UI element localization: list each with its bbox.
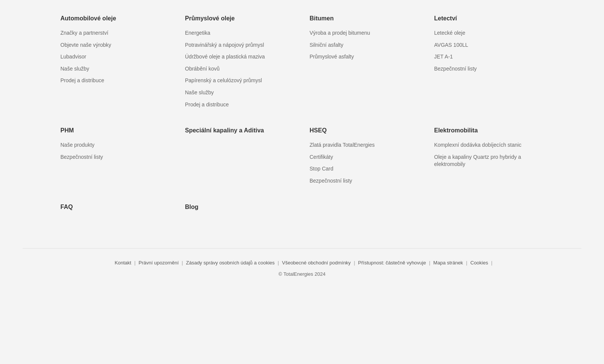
col-links-bitumen: Výroba a prodej bitumenu Silniční asfalt… bbox=[310, 29, 419, 61]
link-hseq-3[interactable]: Stop Card bbox=[310, 165, 419, 173]
col-title-hseq: HSEQ bbox=[310, 127, 419, 134]
link-auto-1[interactable]: Značky a partnerství bbox=[60, 29, 170, 37]
link-hseq-1[interactable]: Zlatá pravidla TotalEnergies bbox=[310, 141, 419, 149]
col-title-phm: PHM bbox=[60, 127, 170, 134]
link-prum-3[interactable]: Údržbové oleje a plastická maziva bbox=[185, 53, 294, 61]
section-2-grid: PHM Naše produkty Bezpečnostní listy Spe… bbox=[60, 127, 544, 184]
col-title-blog[interactable]: Blog bbox=[185, 204, 294, 210]
link-prum-2[interactable]: Potravinářský a nápojový průmysl bbox=[185, 41, 294, 49]
col-elektromobilita: Elektromobilita Komplexní dodávka dobíje… bbox=[434, 127, 544, 184]
col-empty-4 bbox=[434, 204, 544, 218]
col-title-specialni: Speciální kapaliny a Aditiva bbox=[185, 127, 294, 134]
col-hseq: HSEQ Zlatá pravidla TotalEnergies Certif… bbox=[310, 127, 419, 184]
footer-link-vseobecne[interactable]: Všeobecné obchodní podmínky bbox=[279, 260, 354, 266]
col-specialni-kapaliny: Speciální kapaliny a Aditiva bbox=[185, 127, 294, 184]
footer-link-zasady[interactable]: Zásady správy osobních údajů a cookies bbox=[183, 260, 278, 266]
link-hseq-2[interactable]: Certifikáty bbox=[310, 154, 419, 161]
col-title-bitumen: Bitumen bbox=[310, 15, 419, 22]
sep-7: | bbox=[491, 260, 492, 266]
link-let-3[interactable]: JET A-1 bbox=[434, 53, 544, 61]
footer-links-row: Kontakt | Právní upozornění | Zásady spr… bbox=[23, 260, 581, 266]
link-prum-5[interactable]: Papírenský a celulózový průmysl bbox=[185, 77, 294, 84]
footer-link-pravni[interactable]: Právní upozornění bbox=[136, 260, 182, 266]
link-bit-3[interactable]: Průmyslové asfalty bbox=[310, 53, 419, 61]
footer-bottom: Kontakt | Právní upozornění | Zásady spr… bbox=[0, 249, 604, 288]
col-title-prumyslove: Průmyslové oleje bbox=[185, 15, 294, 22]
section-3-grid: FAQ Blog bbox=[60, 204, 544, 218]
col-prumyslove-oleje: Průmyslové oleje Energetika Potravinářsk… bbox=[185, 15, 294, 108]
link-phm-1[interactable]: Naše produkty bbox=[60, 141, 170, 149]
link-let-4[interactable]: Bezpečnostní listy bbox=[434, 65, 544, 73]
col-faq: FAQ bbox=[60, 204, 170, 218]
col-automobilove-oleje: Automobilové oleje Značky a partnerství … bbox=[60, 15, 170, 108]
footer-link-cookies[interactable]: Cookies bbox=[467, 260, 491, 266]
col-title-elektro: Elektromobilita bbox=[434, 127, 544, 134]
link-elektro-1[interactable]: Komplexní dodávka dobíjecích stanic bbox=[434, 141, 544, 149]
link-elektro-2[interactable]: Oleje a kapaliny Quartz pro hybridy a el… bbox=[434, 154, 544, 168]
link-phm-2[interactable]: Bezpečnostní listy bbox=[60, 154, 170, 161]
footer-link-mapa[interactable]: Mapa stránek bbox=[430, 260, 466, 266]
link-let-2[interactable]: AVGAS 100LL bbox=[434, 41, 544, 49]
col-title-faq[interactable]: FAQ bbox=[60, 204, 170, 210]
link-auto-4[interactable]: Naše služby bbox=[60, 65, 170, 73]
col-links-prumyslove: Energetika Potravinářský a nápojový prům… bbox=[185, 29, 294, 108]
link-hseq-4[interactable]: Bezpečnostní listy bbox=[310, 177, 419, 185]
link-prum-7[interactable]: Prodej a distribuce bbox=[185, 101, 294, 109]
section-1-grid: Automobilové oleje Značky a partnerství … bbox=[60, 15, 544, 108]
col-phm: PHM Naše produkty Bezpečnostní listy bbox=[60, 127, 170, 184]
footer-link-pristupnost[interactable]: Přístupnost: částečně vyhovuje bbox=[355, 260, 429, 266]
link-prum-1[interactable]: Energetika bbox=[185, 29, 294, 37]
link-auto-3[interactable]: Lubadvisor bbox=[60, 53, 170, 61]
col-blog: Blog bbox=[185, 204, 294, 218]
col-links-letectvi: Letecké oleje AVGAS 100LL JET A-1 Bezpeč… bbox=[434, 29, 544, 72]
col-letectvi: Letectví Letecké oleje AVGAS 100LL JET A… bbox=[434, 15, 544, 108]
link-prum-6[interactable]: Naše služby bbox=[185, 89, 294, 97]
col-title-letectvi: Letectví bbox=[434, 15, 544, 22]
copyright-text: © TotalEnergies 2024 bbox=[23, 271, 581, 277]
link-prum-4[interactable]: Obrábění kovů bbox=[185, 65, 294, 73]
col-links-elektro: Komplexní dodávka dobíjecích stanic Olej… bbox=[434, 141, 544, 168]
col-title-automobilove: Automobilové oleje bbox=[60, 15, 170, 22]
col-links-automobilove: Značky a partnerství Objevte naše výrobk… bbox=[60, 29, 170, 84]
col-empty-3 bbox=[310, 204, 419, 218]
link-bit-2[interactable]: Silniční asfalty bbox=[310, 41, 419, 49]
link-bit-1[interactable]: Výroba a prodej bitumenu bbox=[310, 29, 419, 37]
link-let-1[interactable]: Letecké oleje bbox=[434, 29, 544, 37]
link-auto-5[interactable]: Prodej a distribuce bbox=[60, 77, 170, 84]
col-bitumen: Bitumen Výroba a prodej bitumenu Silničn… bbox=[310, 15, 419, 108]
footer-link-kontakt[interactable]: Kontakt bbox=[112, 260, 134, 266]
col-links-hseq: Zlatá pravidla TotalEnergies Certifikáty… bbox=[310, 141, 419, 184]
col-links-phm: Naše produkty Bezpečnostní listy bbox=[60, 141, 170, 161]
link-auto-2[interactable]: Objevte naše výrobky bbox=[60, 41, 170, 49]
